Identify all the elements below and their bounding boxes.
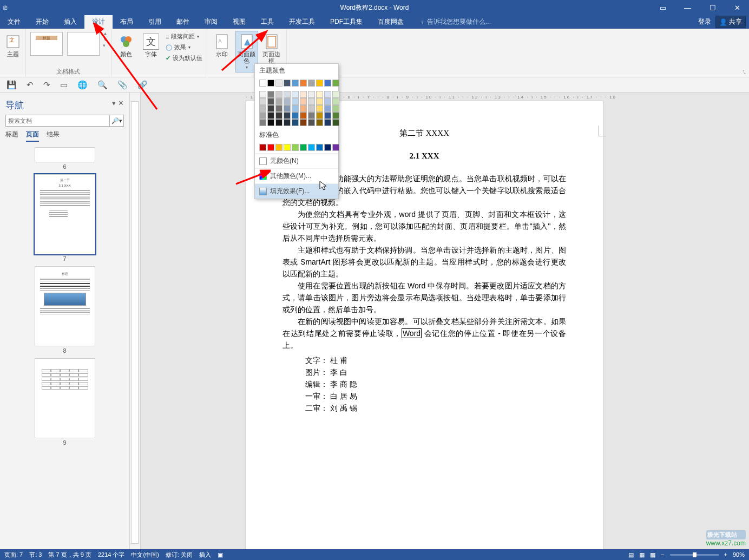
fill-effects-option[interactable]: 填充效果(F)... <box>255 183 338 199</box>
fonts-button[interactable]: 文 字体 <box>140 31 162 60</box>
color-swatch[interactable] <box>316 91 323 98</box>
color-swatch[interactable] <box>324 80 331 87</box>
color-swatch[interactable] <box>284 80 291 87</box>
undo-icon[interactable]: ↶ <box>27 80 34 90</box>
color-swatch[interactable] <box>292 105 299 112</box>
color-swatch[interactable] <box>259 144 266 151</box>
color-swatch[interactable] <box>324 105 331 112</box>
nav-tab-pages[interactable]: 页面 <box>26 130 39 142</box>
minimize-button[interactable]: — <box>676 0 699 15</box>
tab-baidu[interactable]: 百度网盘 <box>370 15 411 29</box>
status-track[interactable]: 修订: 关闭 <box>166 551 193 559</box>
color-swatch[interactable] <box>308 119 315 126</box>
color-swatch[interactable] <box>292 98 299 105</box>
nav-tab-headings[interactable]: 标题 <box>5 130 18 142</box>
color-swatch[interactable] <box>267 119 274 126</box>
color-swatch[interactable] <box>332 112 339 119</box>
color-swatch[interactable] <box>275 105 282 112</box>
vertical-ruler[interactable] <box>130 93 141 549</box>
color-swatch[interactable] <box>308 105 315 112</box>
tab-tools[interactable]: 工具 <box>253 15 281 29</box>
zoom-slider[interactable] <box>670 554 719 556</box>
doc-format-thumb-1[interactable]: 标题 <box>30 32 63 56</box>
color-swatch[interactable] <box>308 80 315 87</box>
color-swatch[interactable] <box>275 98 282 105</box>
color-swatch[interactable] <box>292 80 299 87</box>
tab-view[interactable]: 视图 <box>225 15 253 29</box>
color-swatch[interactable] <box>332 144 339 151</box>
color-swatch[interactable] <box>284 144 291 151</box>
color-swatch[interactable] <box>267 98 274 105</box>
color-swatch[interactable] <box>292 119 299 126</box>
nav-search-button[interactable]: 🔎▾ <box>110 115 124 127</box>
color-swatch[interactable] <box>259 91 266 98</box>
color-swatch[interactable] <box>284 119 291 126</box>
new-icon[interactable]: ▭ <box>60 80 68 90</box>
color-swatch[interactable] <box>332 98 339 105</box>
color-swatch[interactable] <box>275 80 282 87</box>
color-swatch[interactable] <box>324 144 331 151</box>
color-swatch[interactable] <box>300 98 307 105</box>
color-swatch[interactable] <box>284 112 291 119</box>
color-swatch[interactable] <box>316 144 323 151</box>
zoom-level[interactable]: 90% <box>733 551 745 558</box>
save-icon[interactable]: 💾 <box>6 80 17 90</box>
color-swatch[interactable] <box>324 98 331 105</box>
color-swatch[interactable] <box>259 119 266 126</box>
color-swatch[interactable] <box>316 112 323 119</box>
tab-file[interactable]: 文件 <box>0 15 28 29</box>
color-swatch[interactable] <box>300 91 307 98</box>
tab-pdf[interactable]: PDF工具集 <box>323 15 370 29</box>
tab-references[interactable]: 引用 <box>141 15 169 29</box>
open-icon[interactable]: 🌐 <box>77 80 88 90</box>
set-default-button[interactable]: ✔设为默认值 <box>165 54 203 63</box>
color-swatch[interactable] <box>332 91 339 98</box>
color-swatch[interactable] <box>316 119 323 126</box>
attach-icon[interactable]: 📎 <box>117 80 128 90</box>
tab-review[interactable]: 审阅 <box>197 15 225 29</box>
nav-close-button[interactable]: ▾ ✕ <box>112 99 124 111</box>
more-colors-option[interactable]: 其他颜色(M)... <box>255 168 338 183</box>
page-thumb-9[interactable] <box>35 358 95 438</box>
nav-tab-results[interactable]: 结果 <box>47 130 60 142</box>
page-thumb-8[interactable]: 标题 <box>35 266 95 346</box>
color-swatch[interactable] <box>275 91 282 98</box>
status-page[interactable]: 页面: 7 <box>4 551 23 559</box>
tab-design[interactable]: 设计 <box>84 15 113 29</box>
horizontal-ruler[interactable]: · 1 · ı · 2 · ı · 3 · ı · 4 · ı · 5 · ı … <box>141 93 749 101</box>
color-swatch[interactable] <box>316 80 323 87</box>
view-read-icon[interactable]: ▤ <box>628 551 634 558</box>
status-page-of[interactable]: 第 7 页，共 9 页 <box>48 551 91 559</box>
color-swatch[interactable] <box>300 144 307 151</box>
page-thumb-7[interactable]: 第二节 2.1 XXX <box>35 174 95 254</box>
color-swatch[interactable] <box>275 119 282 126</box>
color-swatch[interactable] <box>267 105 274 112</box>
collapse-ribbon-button[interactable]: ㄟ <box>741 68 747 76</box>
page-thumb-6[interactable] <box>35 147 95 162</box>
color-swatch[interactable] <box>284 91 291 98</box>
color-swatch[interactable] <box>292 112 299 119</box>
paragraph-spacing-button[interactable]: ≡段落间距▾ <box>165 32 203 41</box>
tab-mailings[interactable]: 邮件 <box>169 15 197 29</box>
color-swatch[interactable] <box>332 119 339 126</box>
color-swatch[interactable] <box>284 105 291 112</box>
close-button[interactable]: ✕ <box>726 0 749 15</box>
color-swatch[interactable] <box>308 98 315 105</box>
status-section[interactable]: 节: 3 <box>29 551 42 559</box>
doc-format-thumb-2[interactable] <box>67 32 100 56</box>
ribbon-display-icon[interactable]: ▭ <box>651 0 674 15</box>
color-swatch[interactable] <box>275 112 282 119</box>
color-swatch[interactable] <box>259 105 266 112</box>
color-swatch[interactable] <box>300 80 307 87</box>
status-lang[interactable]: 中文(中国) <box>131 551 159 559</box>
page-borders-button[interactable]: 页面边框 <box>260 31 283 67</box>
color-swatch[interactable] <box>267 144 274 151</box>
tab-home[interactable]: 开始 <box>28 15 56 29</box>
color-swatch[interactable] <box>259 80 266 87</box>
status-macro-icon[interactable]: ▣ <box>218 551 223 558</box>
tab-insert[interactable]: 插入 <box>56 15 84 29</box>
color-swatch[interactable] <box>300 112 307 119</box>
nav-search-input[interactable] <box>5 115 110 127</box>
color-swatch[interactable] <box>324 91 331 98</box>
color-swatch[interactable] <box>324 119 331 126</box>
